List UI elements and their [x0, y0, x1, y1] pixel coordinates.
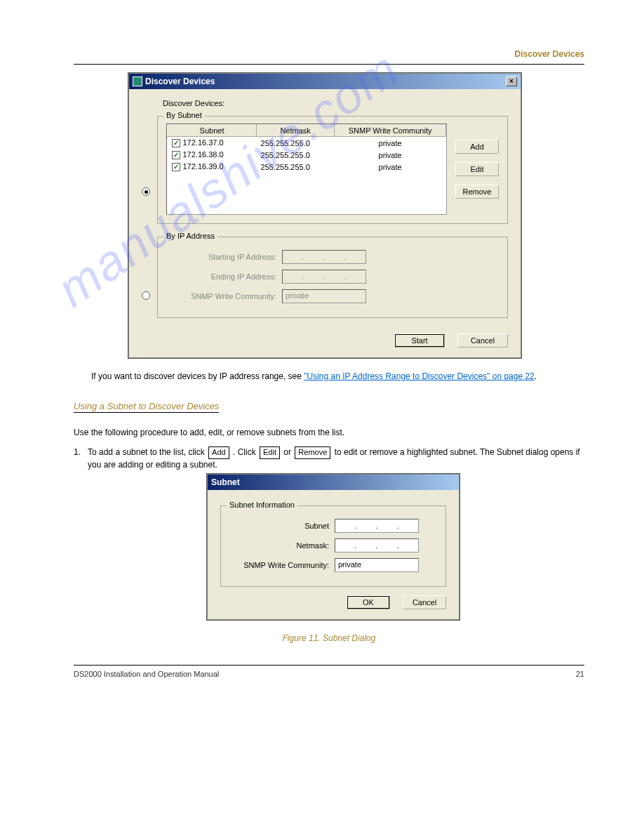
dialog-heading: Discover Devices:: [163, 99, 508, 107]
subnet-label: Subnet: [229, 522, 335, 530]
start-ip-input: ...: [282, 250, 366, 264]
subnet-info-legend: Subnet Information: [227, 501, 297, 509]
cancel-button[interactable]: Cancel: [457, 333, 508, 348]
paragraph: If you want to discover devices by IP ad…: [91, 371, 584, 383]
snmp-label: SNMP Write Community:: [166, 292, 282, 300]
button-ref: Edit: [260, 446, 280, 459]
checkbox-icon[interactable]: [172, 139, 180, 147]
footer-left: DS2000 Installation and Operation Manual: [74, 670, 219, 678]
footer-right: 21: [576, 670, 584, 678]
col-snmp[interactable]: SNMP Write Community: [335, 125, 446, 137]
checkbox-icon[interactable]: [172, 151, 180, 159]
cross-reference-link[interactable]: "Using an IP Address Range to Discover D…: [304, 371, 534, 381]
by-ip-legend: By IP Address: [163, 232, 217, 240]
discover-devices-dialog: Discover Devices × Discover Devices: By …: [128, 73, 521, 358]
end-ip-input: ...: [282, 270, 366, 284]
netmask-label: Netmask:: [229, 541, 335, 550]
figure-caption: Figure 11. Subnet Dialog: [74, 633, 584, 644]
radio-by-ip[interactable]: [142, 291, 150, 300]
subnet-dialog: Subnet Subnet Information Subnet ... Net…: [207, 474, 459, 620]
subnet-input[interactable]: ...: [335, 519, 419, 533]
cancel-button[interactable]: Cancel: [403, 595, 446, 609]
start-ip-label: Starting IP Address:: [166, 253, 282, 261]
col-netmask[interactable]: Netmask: [257, 125, 335, 137]
header-right: Discover Devices: [515, 49, 584, 59]
radio-by-subnet[interactable]: [142, 187, 150, 196]
add-button[interactable]: Add: [455, 140, 499, 154]
dialog-title: Discover Devices: [145, 77, 215, 86]
snmp-community-label: SNMP Write Community:: [229, 561, 335, 569]
table-row[interactable]: 172.16.38.0 255.255.255.0 private: [168, 149, 446, 161]
button-ref: Add: [208, 446, 229, 459]
remove-button[interactable]: Remove: [455, 185, 499, 199]
dialog-title: Subnet: [211, 477, 240, 487]
ok-button[interactable]: OK: [347, 595, 390, 609]
snmp-community-input[interactable]: private: [335, 558, 419, 572]
page-footer: DS2000 Installation and Operation Manual…: [74, 665, 584, 678]
titlebar: Discover Devices ×: [129, 74, 521, 89]
titlebar: Subnet: [208, 475, 459, 490]
netmask-input[interactable]: ...: [335, 538, 419, 552]
section-heading: Using a Subnet to Discover Devices: [74, 401, 219, 413]
by-subnet-legend: By Subnet: [163, 111, 205, 119]
app-icon: [133, 77, 142, 86]
paragraph: Use the following procedure to add, edit…: [74, 427, 584, 439]
end-ip-label: Ending IP Address:: [166, 272, 282, 281]
table-row[interactable]: 172.16.39.0 255.255.255.0 private: [168, 161, 446, 173]
checkbox-icon[interactable]: [172, 163, 180, 171]
close-icon[interactable]: ×: [506, 77, 517, 86]
subnet-table[interactable]: Subnet Netmask SNMP Write Community 172.…: [166, 124, 447, 215]
button-ref: Remove: [295, 446, 330, 459]
snmp-input: private: [282, 289, 366, 303]
step-item: 1. To add a subnet to the list, click Ad…: [74, 446, 584, 471]
page-header: Discover Devices: [74, 49, 584, 65]
table-row[interactable]: 172.16.37.0 255.255.255.0 private: [168, 137, 446, 150]
start-button[interactable]: Start: [394, 333, 445, 348]
col-subnet[interactable]: Subnet: [168, 125, 257, 137]
edit-button[interactable]: Edit: [455, 162, 499, 176]
